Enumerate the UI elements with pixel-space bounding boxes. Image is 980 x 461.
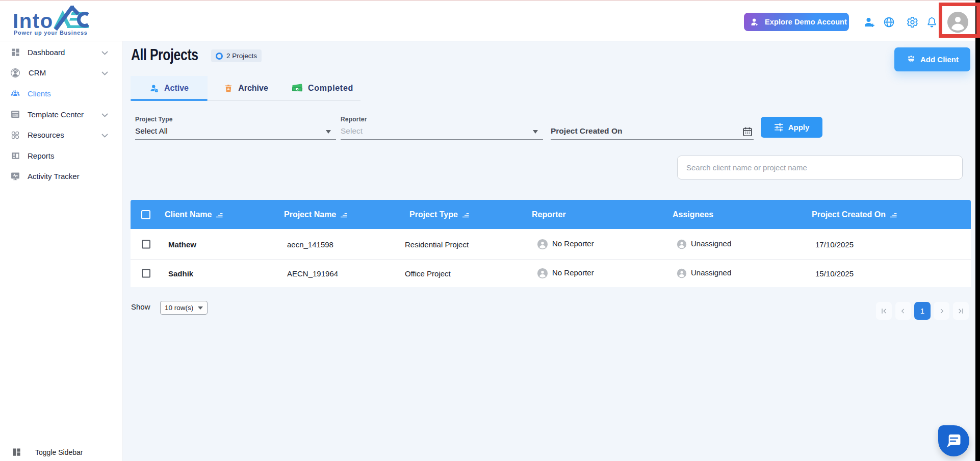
svg-text:Into: Into [13, 10, 54, 32]
